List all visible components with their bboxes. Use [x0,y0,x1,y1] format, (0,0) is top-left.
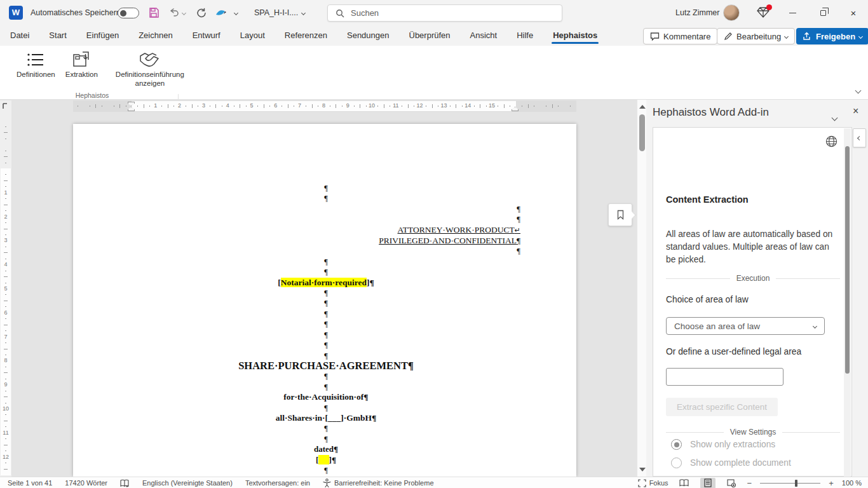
tab-start[interactable]: Start [48,29,67,43]
document-line[interactable]: ¶ [132,183,520,193]
bookmark-flyout-button[interactable] [608,203,632,226]
tab-ansicht[interactable]: Ansicht [469,29,499,43]
tab-referenzen[interactable]: Referenzen [283,29,329,43]
horizontal-ruler[interactable]: 123456789101112131415 [73,100,576,112]
document-line[interactable]: ¶ [132,193,520,203]
document-line[interactable]: for·the·Acquisition·of¶ [132,392,520,402]
minimize-button[interactable] [778,0,807,25]
tab-selector-icon[interactable] [0,100,11,112]
document-line[interactable]: ¶ [132,371,520,381]
tab-hephaistos[interactable]: Hephaistos [552,29,599,43]
web-layout-button[interactable] [724,478,739,488]
word-count[interactable]: 17420 Wörter [65,479,107,487]
share-button[interactable]: Freigeben [796,28,868,44]
custom-area-input[interactable] [666,368,783,386]
document-line[interactable]: ¶ [132,403,520,413]
radio-circle-icon[interactable] [671,439,682,450]
document-line[interactable]: ¶ [132,319,520,329]
rewards-gem-icon[interactable] [756,6,771,20]
pane-scrollbar[interactable] [844,128,851,477]
zoom-slider[interactable] [760,483,820,484]
tab-hilfe[interactable]: Hilfe [515,29,534,43]
document-line[interactable]: ¶ [132,267,520,277]
user-name[interactable]: Lutz Zimmer [675,8,719,17]
document-line[interactable]: ¶ [132,298,520,308]
tab-überprüfen[interactable]: Überprüfen [408,29,452,43]
editing-mode-button[interactable]: Bearbeitung [717,28,795,44]
radio-show-complete-document[interactable]: Show complete document [671,458,791,468]
document-line[interactable]: ¶ [132,257,520,267]
document-line[interactable]: ¶ [132,330,520,340]
close-button[interactable]: × [839,0,868,25]
zoom-out-button[interactable]: − [747,478,752,488]
read-mode-button[interactable] [677,478,692,488]
scrollbar-thumb[interactable] [639,114,645,151]
tab-sendungen[interactable]: Sendungen [346,29,391,43]
document-page[interactable]: ¶¶¶¶ATTORNEY·WORK·PRODUCT↵PRIVILEGED·AND… [73,124,576,477]
scroll-down-icon[interactable] [639,468,646,471]
pane-options-chevron-icon[interactable] [832,111,837,123]
focus-mode-button[interactable]: Fokus [638,479,668,487]
document-line[interactable]: all·Shares·in·[___]·GmbH¶ [132,413,520,423]
search-input[interactable]: Suchen [327,4,562,22]
proofing-icon[interactable] [120,479,130,487]
word-logo-icon[interactable]: W [9,6,23,20]
zoom-level[interactable]: 100 % [842,479,862,487]
ribbon-button-definitionseinführung[interactable]: Definitionseinführung anzeigen [104,47,196,90]
radio-circle-icon[interactable] [671,458,682,468]
scroll-up-icon[interactable] [639,105,646,109]
language-globe-icon[interactable] [825,135,837,150]
tab-layout[interactable]: Layout [239,29,266,43]
autosave-toggle[interactable] [118,8,139,18]
language-indicator[interactable]: Englisch (Vereinigte Staaten) [142,479,233,487]
document-line[interactable]: ¶ [132,214,520,224]
quick-access-chevron-icon[interactable] [231,5,240,20]
tab-datei[interactable]: Datei [9,29,31,43]
undo-dropdown-icon[interactable] [180,5,187,20]
ink-pen-icon[interactable] [214,5,229,20]
tab-einfügen[interactable]: Einfügen [85,29,120,43]
document-line[interactable]: ¶ [132,204,520,214]
document-line[interactable]: ¶ [132,382,520,392]
document-line[interactable]: [Notarial·form·required]¶ [132,278,520,288]
document-title-chevron-icon[interactable] [299,5,308,20]
document-line[interactable]: ¶ [132,434,520,444]
print-layout-button[interactable] [700,478,715,488]
avatar[interactable] [723,4,740,21]
document-line[interactable]: [ ]¶ [132,455,520,465]
pane-scrollbar-thumb[interactable] [845,146,850,374]
comments-button[interactable]: Kommentare [643,28,717,44]
tab-zeichnen[interactable]: Zeichnen [137,29,173,43]
radio-show-only-extractions[interactable]: Show only extractions [671,439,775,450]
redo-icon[interactable] [194,5,209,20]
pane-collapse-button[interactable] [853,128,866,147]
vertical-ruler[interactable]: 123456789101112 [0,112,11,477]
document-line[interactable]: ¶ [132,309,520,319]
tab-entwurf[interactable]: Entwurf [191,29,222,43]
ribbon-button-definitionen[interactable]: Definitionen [13,47,59,90]
ribbon-button-extraktion[interactable]: Extraktion [62,47,102,90]
document-line[interactable]: ¶ [132,340,520,350]
document-line[interactable]: dated¶ [132,444,520,454]
ruler-tick [269,105,270,107]
restore-button[interactable] [808,0,837,25]
accessibility-status[interactable]: Barrierefreiheit: Keine Probleme [323,478,434,487]
document-line[interactable]: SHARE·PURCHASE·AGREEMENT¶ [132,361,520,371]
area-of-law-dropdown[interactable]: Choose an area of law [666,317,825,335]
document-line[interactable]: ¶ [132,423,520,433]
document-line[interactable]: ¶ [132,465,520,475]
document-line[interactable]: PRIVILEGED·AND·CONFIDENTIAL¶ [132,236,520,246]
document-title[interactable]: SPA_H-I-I.... [254,8,298,17]
document-scrollbar[interactable] [637,100,646,477]
pane-close-icon[interactable]: × [853,105,858,117]
save-icon[interactable] [146,5,161,20]
extract-content-button[interactable]: Extract spezific Content [666,398,778,416]
document-line[interactable]: ¶ [132,288,520,298]
collapse-ribbon-icon[interactable] [856,84,860,95]
zoom-in-button[interactable]: + [829,478,834,488]
zoom-slider-thumb[interactable] [795,480,797,487]
document-line[interactable]: ¶ [132,246,520,256]
page-indicator[interactable]: Seite 1 von 41 [8,479,52,487]
document-line[interactable]: ATTORNEY·WORK·PRODUCT↵ [132,225,520,236]
text-predictions[interactable]: Textvorhersagen: ein [245,479,310,487]
